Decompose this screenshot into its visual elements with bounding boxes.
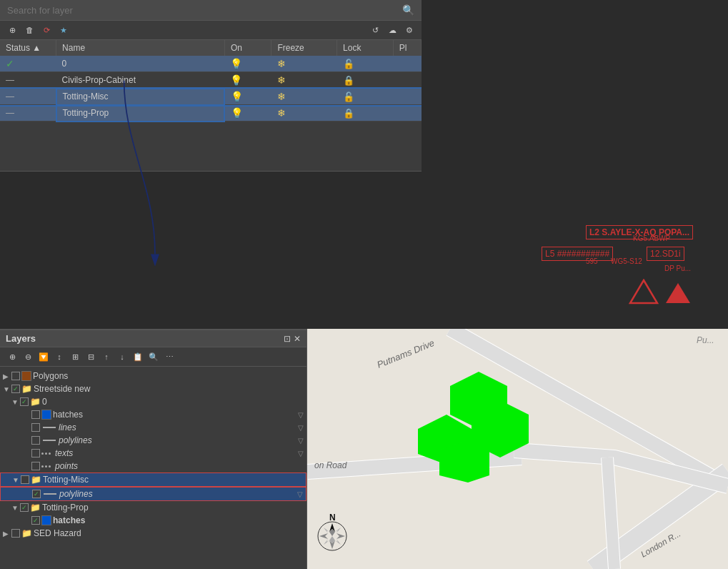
layer-name-misc: Totting-Misc [56,89,225,105]
more-icon[interactable]: ⋯ [163,350,176,363]
expand-all-icon[interactable]: ⊞ [69,350,81,363]
layers-panel-title: Layers [6,333,36,344]
expand-icon: ▼ [11,504,19,512]
filter-icon: ▽ [298,411,304,419]
settings-icon[interactable]: ⚙ [403,24,416,36]
svg-marker-1 [630,280,657,303]
sort-icon[interactable]: ↕ [53,350,66,363]
layer-table: Status ▲ Name On Freeze Lock Pl ✓ 0 💡 ❄ … [0,40,422,122]
filter-icon: ▽ [298,437,304,445]
layers-tree-item-texts[interactable]: ▶ texts ▽ [0,447,306,460]
layer-label: polylines [59,435,92,445]
cloud-icon[interactable]: ☁ [386,24,399,36]
col-on[interactable]: On [224,40,271,56]
cad-annotation-3: 12.SD1i [647,247,684,261]
layer-label: hatches [53,410,83,420]
layer-checkbox[interactable] [11,385,20,393]
group-icon: 📁 [21,384,32,394]
layer-label: SED Hazard [34,528,81,538]
col-lock[interactable]: Lock [337,40,394,56]
remove-layer-icon[interactable]: ⊖ [21,350,34,363]
move-down-icon[interactable]: ↓ [116,350,129,363]
maximize-icon[interactable]: ⊡ [284,334,291,344]
layers-tree-item-totting-prop-hatches[interactable]: ▶ hatches [0,514,306,527]
layer-checkbox[interactable] [32,490,41,498]
layer-table-panel: 🔍 ⊕ 🗑 ⟳ ★ ↺ ☁ ⚙ Status ▲ Name On Freeze … [0,0,422,172]
table-row[interactable]: — Civils-Prop-Cabinet 💡 ❄ 🔒 [0,72,422,89]
layers-header-icons: ⊡ ✕ [284,334,301,344]
layers-tree-item-sed-hazard[interactable]: ▶ 📁 SED Hazard [0,527,306,540]
cad-sub-label-1: KG5.ABWP [633,234,670,242]
cad-sub-label-3: WG5-S12 [611,257,642,265]
layers-tree-item-lines[interactable]: ▶ lines ▽ [0,421,306,434]
layers-tree-item-totting-misc[interactable]: ▼ 📁 Totting-Misc [0,472,306,487]
search-input[interactable] [7,5,398,16]
table-view-icon[interactable]: 📋 [131,350,144,363]
triangle-outline [629,279,659,305]
layer-color-box [41,515,51,525]
road-label-pu: Pu... [697,335,714,345]
new-layer-icon[interactable]: ⊕ [6,24,19,36]
cad-sub-label-2: 595 [586,257,598,265]
layers-toolbar: ⊕ ⊖ 🔽 ↕ ⊞ ⊟ ↑ ↓ 📋 🔍 ⋯ [0,347,306,367]
layer-checkbox[interactable] [31,423,40,432]
layer-checkbox[interactable] [31,410,40,419]
filter-icon: ▽ [298,450,304,457]
expand-icon: ▶ [3,530,10,538]
close-icon[interactable]: ✕ [294,334,301,344]
layer-name-civils: Civils-Prop-Cabinet [56,72,225,89]
search-icon[interactable]: 🔍 [402,4,414,16]
expand-icon: ▼ [3,385,10,393]
layer-checkbox[interactable] [20,503,29,512]
zoom-icon[interactable]: 🔍 [147,350,160,363]
layers-tree-item-streetside[interactable]: ▼ 📁 Streetside new [0,382,306,395]
layers-tree-item-totting-misc-polylines[interactable]: ▶ polylines ▽ [0,487,306,501]
layer-checkbox[interactable] [21,475,29,484]
table-row[interactable]: — Totting-Misc 💡 ❄ 🔓 [0,89,422,105]
layers-tree-item-points[interactable]: ▶ points [0,460,306,472]
move-up-icon[interactable]: ↑ [100,350,113,363]
filter-icon: ▽ [297,490,303,498]
group-icon: 📁 [21,528,32,538]
col-name[interactable]: Name [56,40,225,56]
layer-checkbox[interactable] [20,397,29,406]
sublayer-icon: 📁 [30,397,41,407]
dots-icon [41,452,51,455]
layer-label: Totting-Misc [43,475,89,485]
layer-label: lines [59,422,76,432]
layers-tree: ▶ Polygons ▼ 📁 Streetside new ▼ 📁 0 ▶ ha… [0,367,306,563]
status-dash: — [6,91,14,102]
layer-checkbox[interactable] [31,462,40,470]
star-icon[interactable]: ★ [57,24,70,36]
col-pl[interactable]: Pl [393,40,421,56]
layers-tree-item-hatches[interactable]: ▶ hatches ▽ [0,408,306,421]
delete-layer-icon[interactable]: 🗑 [23,24,36,36]
layer-checkbox[interactable] [11,372,20,380]
svg-text:N: N [329,513,336,523]
dots-icon [41,465,51,467]
layer-checkbox[interactable] [31,449,40,457]
layer-checkbox[interactable] [31,436,40,445]
layer-label: 0 [42,397,47,407]
layer-label: polylines [59,489,93,499]
table-row[interactable]: — Totting-Prop 💡 ❄ 🔒 [0,105,422,122]
filter-icon[interactable]: 🔽 [37,350,50,363]
table-row[interactable]: ✓ 0 💡 ❄ 🔓 [0,56,422,72]
layer-checkbox[interactable] [11,529,20,538]
layer-name-0: 0 [56,56,225,72]
col-freeze[interactable]: Freeze [271,40,337,56]
cad-area: L2 S.AYLE-X-AQ POPA... KG5.ABWP L5 #####… [422,0,728,329]
col-status[interactable]: Status ▲ [0,40,56,56]
add-layer-icon[interactable]: ⊕ [6,350,19,363]
layers-tree-item-totting-prop[interactable]: ▼ 📁 Totting-Prop [0,501,306,514]
status-check: ✓ [6,58,14,69]
layers-tree-item-polylines[interactable]: ▶ polylines ▽ [0,434,306,447]
layers-tree-item-layer0[interactable]: ▼ 📁 0 [0,395,306,408]
collapse-all-icon[interactable]: ⊟ [84,350,97,363]
sync-icon[interactable]: ↺ [369,24,382,36]
search-bar: 🔍 [0,0,422,21]
expand-icon: ▶ [3,372,10,380]
layer-checkbox[interactable] [31,516,40,525]
refresh-icon[interactable]: ⟳ [40,24,53,36]
layers-tree-item-polygons[interactable]: ▶ Polygons [0,370,306,382]
